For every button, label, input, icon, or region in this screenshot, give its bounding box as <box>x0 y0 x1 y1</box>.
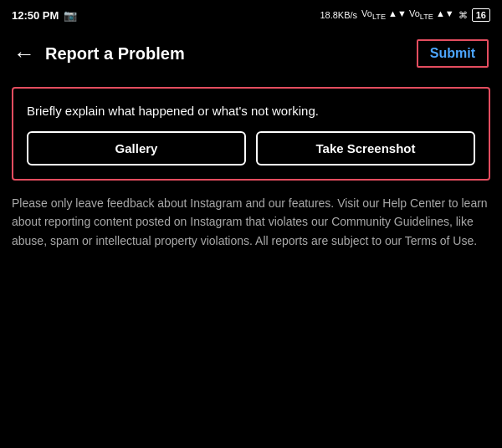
back-button[interactable]: ← <box>13 41 35 67</box>
status-left: 12:50 PM 📷 <box>12 9 77 22</box>
upload-box: Briefly explain what happened or what's … <box>12 87 490 181</box>
screenshot-button[interactable]: Take Screenshot <box>256 131 475 165</box>
upload-buttons: Gallery Take Screenshot <box>27 131 475 165</box>
page-title: Report a Problem <box>45 44 417 64</box>
signal-icons: VoLTE ▲▼ VoLTE ▲▼ <box>361 8 454 21</box>
upload-hint: Briefly explain what happened or what's … <box>27 102 475 120</box>
battery-icon: 16 <box>472 8 490 22</box>
info-text: Please only leave feedback about Instagr… <box>12 194 490 250</box>
status-bar: 12:50 PM 📷 18.8KB/s VoLTE ▲▼ VoLTE ▲▼ ⌘ … <box>0 0 502 30</box>
submit-button[interactable]: Submit <box>417 39 489 68</box>
status-right: 18.8KB/s VoLTE ▲▼ VoLTE ▲▼ ⌘ 16 <box>320 8 490 22</box>
content-area: Briefly explain what happened or what's … <box>0 77 502 260</box>
camera-icon: 📷 <box>64 9 77 22</box>
wifi-icon: ⌘ <box>458 10 468 21</box>
time: 12:50 PM <box>12 9 59 22</box>
network-speed: 18.8KB/s <box>320 10 357 20</box>
gallery-button[interactable]: Gallery <box>27 131 246 165</box>
nav-bar: ← Report a Problem Submit <box>0 30 502 77</box>
